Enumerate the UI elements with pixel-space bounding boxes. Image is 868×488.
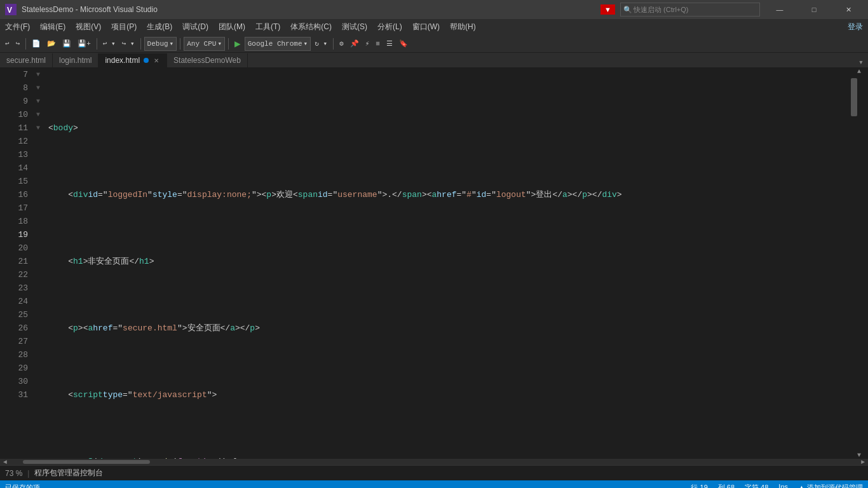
breakpoint-gutter bbox=[0, 68, 10, 459]
filter-icon[interactable]: ▼ bbox=[600, 4, 615, 15]
gutter-25 bbox=[0, 308, 10, 322]
status-col: 列 68 bbox=[718, 483, 735, 489]
tab-secure-html[interactable]: secure.html bbox=[0, 53, 53, 67]
menu-debug[interactable]: 调试(D) bbox=[177, 19, 214, 35]
horizontal-scrollbar[interactable]: ◄ ► bbox=[0, 459, 868, 465]
gutter-21 bbox=[0, 255, 10, 268]
code-line-8: <div id="loggedIn" style="display:none;"… bbox=[48, 188, 850, 201]
gutter-28 bbox=[0, 348, 10, 362]
back-button[interactable]: ↩ bbox=[3, 37, 12, 51]
scroll-track bbox=[850, 75, 868, 452]
misc-toolbar-2[interactable]: 📌 bbox=[348, 37, 362, 51]
menu-analyze[interactable]: 分析(L) bbox=[372, 19, 407, 35]
status-ins: Ins bbox=[778, 483, 788, 489]
scroll-right-button[interactable]: ► bbox=[858, 459, 868, 466]
gutter-9 bbox=[0, 95, 10, 108]
separator-6 bbox=[333, 38, 334, 50]
status-row: 行 19 bbox=[691, 483, 707, 489]
new-project-button[interactable]: 📄 bbox=[29, 37, 43, 51]
gutter-18 bbox=[0, 215, 10, 228]
platform-dropdown[interactable]: Any CPU ▾ bbox=[184, 37, 225, 51]
menu-help[interactable]: 帮助(H) bbox=[445, 19, 481, 35]
separator-5 bbox=[228, 38, 229, 50]
forward-button[interactable]: ↪ bbox=[13, 37, 23, 51]
scroll-left-button[interactable]: ◄ bbox=[0, 459, 10, 466]
restore-button[interactable]: □ bbox=[799, 0, 829, 19]
tabs-bar: secure.html login.html index.html ✕ Stat… bbox=[0, 53, 868, 68]
code-line-11: <script type="text/javascript"> bbox=[48, 388, 850, 402]
gutter-13 bbox=[0, 148, 10, 161]
add-source-control[interactable]: ▲ 添加到源代码管理 bbox=[798, 483, 863, 489]
gutter-23 bbox=[0, 281, 10, 295]
bottom-panel-label[interactable]: 程序包管理器控制台 bbox=[34, 468, 103, 478]
misc-toolbar-6[interactable]: 🔖 bbox=[397, 37, 410, 51]
menu-project[interactable]: 项目(P) bbox=[106, 19, 142, 35]
code-line-12: $(document).ready(function () { bbox=[48, 455, 850, 459]
save-button[interactable]: 💾 bbox=[60, 37, 74, 51]
browser-dropdown[interactable]: Google Chrome ▾ bbox=[245, 37, 311, 51]
refresh-button[interactable]: ↻ ▾ bbox=[312, 37, 330, 51]
collapse-gutter: ▼ ▼ ▼ ▼ ▼ bbox=[33, 68, 43, 459]
search-icon: 🔍 bbox=[623, 6, 632, 14]
scroll-up-button[interactable]: ▲ bbox=[855, 68, 863, 75]
separator-2 bbox=[97, 38, 97, 50]
signin-button[interactable]: 登录 bbox=[848, 22, 868, 32]
misc-toolbar-5[interactable]: ☰ bbox=[384, 37, 395, 51]
titlebar-search[interactable]: 🔍 快速启动 (Ctrl+Q) bbox=[620, 3, 760, 17]
undo-button[interactable]: ↩ ▾ bbox=[100, 37, 118, 51]
gutter-17 bbox=[0, 201, 10, 215]
gutter-12 bbox=[0, 135, 10, 148]
gutter-31 bbox=[0, 388, 10, 402]
gutter-16 bbox=[0, 188, 10, 201]
misc-toolbar-3[interactable]: ⚡ bbox=[363, 37, 372, 51]
debug-config-dropdown[interactable]: Debug ▾ bbox=[144, 37, 177, 51]
menu-team[interactable]: 团队(M) bbox=[214, 19, 250, 35]
menu-test[interactable]: 测试(S) bbox=[337, 19, 372, 35]
menu-tools[interactable]: 工具(T) bbox=[250, 19, 285, 35]
menu-view[interactable]: 视图(V) bbox=[71, 19, 106, 35]
code-line-7: <body> bbox=[48, 121, 850, 135]
statusbar: 已保存的项 行 19 列 68 字符 48 Ins ▲ 添加到源代码管理 bbox=[0, 480, 868, 488]
separator-3 bbox=[140, 38, 141, 50]
minimize-button[interactable]: — bbox=[765, 0, 794, 19]
separator-4 bbox=[180, 38, 180, 50]
tab-login-html[interactable]: login.html bbox=[53, 53, 98, 67]
scroll-down-button[interactable]: ▼ bbox=[855, 452, 863, 459]
editor-area: 7 8 9 10 11 12 13 14 15 16 17 18 19 20 2… bbox=[0, 68, 868, 459]
gutter-29 bbox=[0, 362, 10, 375]
separator-1 bbox=[25, 38, 26, 50]
gutter-10 bbox=[0, 108, 10, 121]
tab-index-html[interactable]: index.html ✕ bbox=[98, 53, 167, 67]
vs-logo-icon: V bbox=[5, 4, 17, 15]
close-button[interactable]: ✕ bbox=[834, 0, 863, 19]
scroll-thumb[interactable] bbox=[851, 78, 857, 116]
horizontal-scroll-thumb[interactable] bbox=[23, 460, 150, 464]
start-button[interactable]: ▶ bbox=[232, 37, 243, 50]
tab-close-icon[interactable]: ✕ bbox=[153, 57, 160, 65]
menu-edit[interactable]: 编辑(E) bbox=[35, 19, 71, 35]
menubar: 文件(F) 编辑(E) 视图(V) 项目(P) 生成(B) 调试(D) 团队(M… bbox=[0, 19, 868, 35]
gutter-20 bbox=[0, 241, 10, 255]
redo-button[interactable]: ↪ ▾ bbox=[119, 37, 137, 51]
save-all-button[interactable]: 💾+ bbox=[75, 37, 93, 51]
tab-scroll-right[interactable]: ▾ bbox=[854, 57, 868, 67]
svg-text:V: V bbox=[7, 6, 12, 15]
menu-window[interactable]: 窗口(W) bbox=[407, 19, 445, 35]
menu-build[interactable]: 生成(B) bbox=[142, 19, 177, 35]
gutter-24 bbox=[0, 295, 10, 308]
tab-indicator bbox=[144, 58, 149, 63]
gutter-19 bbox=[0, 228, 10, 241]
toolbar: ↩ ↪ 📄 📂 💾 💾+ ↩ ▾ ↪ ▾ Debug ▾ Any CPU ▾ ▶… bbox=[0, 35, 868, 53]
tab-project[interactable]: StatelessDemoWeb bbox=[167, 53, 248, 67]
gutter-14 bbox=[0, 161, 10, 175]
misc-toolbar-4[interactable]: ≡ bbox=[373, 37, 383, 51]
open-button[interactable]: 📂 bbox=[44, 37, 58, 51]
code-editor[interactable]: <body> <div id="loggedIn" style="display… bbox=[43, 68, 850, 459]
titlebar: V StatelessDemo - Microsoft Visual Studi… bbox=[0, 0, 868, 19]
gutter-22 bbox=[0, 268, 10, 281]
misc-toolbar-1[interactable]: ⚙ bbox=[337, 37, 346, 51]
gutter-8 bbox=[0, 81, 10, 95]
gutter-26 bbox=[0, 322, 10, 335]
menu-file[interactable]: 文件(F) bbox=[0, 19, 35, 35]
menu-arch[interactable]: 体系结构(C) bbox=[285, 19, 337, 35]
